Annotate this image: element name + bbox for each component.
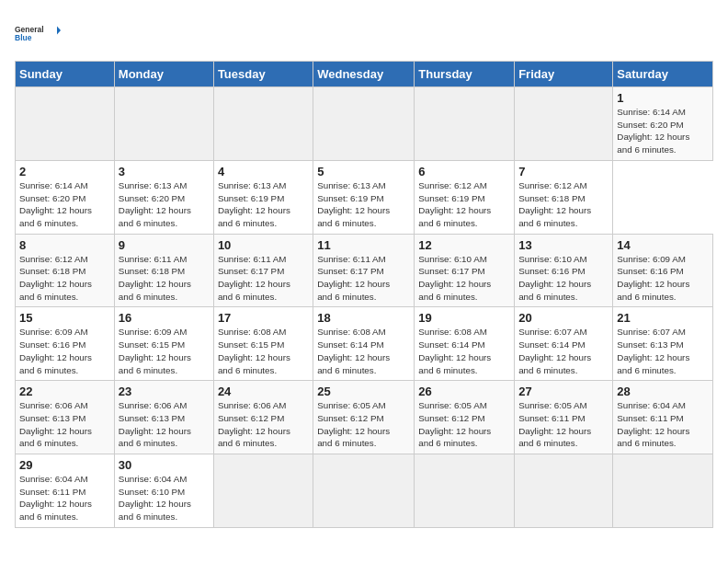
calendar-day-cell: 15 Sunrise: 6:09 AM Sunset: 6:16 PM Dayl… (16, 307, 115, 381)
calendar-day-cell: 26 Sunrise: 6:05 AM Sunset: 6:12 PM Dayl… (415, 381, 515, 454)
day-number: 27 (518, 385, 609, 398)
svg-marker-2 (57, 27, 61, 35)
calendar-day-cell: 22 Sunrise: 6:06 AM Sunset: 6:13 PM Dayl… (16, 381, 115, 454)
day-info: Sunrise: 6:05 AM Sunset: 6:12 PM Dayligh… (418, 399, 510, 450)
day-info: Sunrise: 6:12 AM Sunset: 6:19 PM Dayligh… (418, 179, 510, 230)
day-number: 13 (518, 238, 609, 252)
column-header-sunday: Sunday (16, 62, 115, 87)
day-info: Sunrise: 6:04 AM Sunset: 6:11 PM Dayligh… (19, 473, 110, 523)
column-header-wednesday: Wednesday (313, 62, 415, 87)
day-number: 22 (19, 385, 110, 398)
day-number: 2 (19, 165, 110, 178)
day-number: 21 (617, 311, 709, 325)
calendar-day-cell: 18 Sunrise: 6:08 AM Sunset: 6:14 PM Dayl… (313, 307, 415, 381)
day-info: Sunrise: 6:09 AM Sunset: 6:15 PM Dayligh… (119, 326, 210, 376)
day-info: Sunrise: 6:14 AM Sunset: 6:20 PM Dayligh… (19, 179, 110, 230)
calendar-day-cell: 14 Sunrise: 6:09 AM Sunset: 6:16 PM Dayl… (613, 234, 713, 307)
logo: General Blue (15, 15, 61, 52)
calendar-week-row: 22 Sunrise: 6:06 AM Sunset: 6:13 PM Dayl… (16, 381, 713, 454)
day-number: 1 (617, 91, 709, 105)
calendar-day-cell: 7 Sunrise: 6:12 AM Sunset: 6:18 PM Dayli… (515, 160, 613, 234)
day-number: 23 (119, 385, 210, 398)
day-info: Sunrise: 6:13 AM Sunset: 6:19 PM Dayligh… (218, 179, 309, 230)
day-number: 24 (218, 385, 309, 398)
day-number: 11 (317, 238, 410, 252)
empty-cell (313, 454, 415, 528)
calendar-week-row: 2 Sunrise: 6:14 AM Sunset: 6:20 PM Dayli… (16, 160, 713, 234)
column-header-tuesday: Tuesday (213, 62, 313, 87)
day-info: Sunrise: 6:12 AM Sunset: 6:18 PM Dayligh… (518, 179, 609, 230)
empty-cell (613, 454, 713, 528)
calendar-day-cell: 25 Sunrise: 6:05 AM Sunset: 6:12 PM Dayl… (313, 381, 415, 454)
day-info: Sunrise: 6:11 AM Sunset: 6:18 PM Dayligh… (119, 253, 210, 304)
day-number: 15 (19, 311, 110, 325)
calendar-day-cell: 13 Sunrise: 6:10 AM Sunset: 6:16 PM Dayl… (515, 234, 613, 307)
day-info: Sunrise: 6:09 AM Sunset: 6:16 PM Dayligh… (19, 326, 110, 376)
day-info: Sunrise: 6:13 AM Sunset: 6:19 PM Dayligh… (317, 179, 410, 230)
day-number: 26 (418, 385, 510, 398)
day-number: 9 (119, 238, 210, 252)
empty-cell (515, 87, 613, 161)
calendar-day-cell: 24 Sunrise: 6:06 AM Sunset: 6:12 PM Dayl… (213, 381, 313, 454)
calendar-day-cell: 19 Sunrise: 6:08 AM Sunset: 6:14 PM Dayl… (415, 307, 515, 381)
calendar-day-cell: 30 Sunrise: 6:04 AM Sunset: 6:10 PM Dayl… (114, 454, 213, 528)
calendar-day-cell: 27 Sunrise: 6:05 AM Sunset: 6:11 PM Dayl… (515, 381, 613, 454)
column-header-saturday: Saturday (613, 62, 713, 87)
day-number: 10 (218, 238, 309, 252)
page-header: General Blue (15, 15, 713, 52)
day-info: Sunrise: 6:07 AM Sunset: 6:13 PM Dayligh… (617, 326, 709, 376)
day-info: Sunrise: 6:05 AM Sunset: 6:12 PM Dayligh… (317, 399, 410, 450)
calendar-day-cell: 29 Sunrise: 6:04 AM Sunset: 6:11 PM Dayl… (16, 454, 115, 528)
day-number: 6 (418, 165, 510, 178)
logo-svg: General Blue (15, 15, 61, 52)
calendar-day-cell: 4 Sunrise: 6:13 AM Sunset: 6:19 PM Dayli… (213, 160, 313, 234)
calendar-day-cell: 5 Sunrise: 6:13 AM Sunset: 6:19 PM Dayli… (313, 160, 415, 234)
empty-cell (114, 87, 213, 161)
day-number: 7 (518, 165, 609, 178)
empty-cell (213, 454, 313, 528)
day-number: 18 (317, 311, 410, 325)
day-info: Sunrise: 6:04 AM Sunset: 6:10 PM Dayligh… (119, 473, 210, 523)
day-number: 20 (518, 311, 609, 325)
column-header-monday: Monday (114, 62, 213, 87)
empty-cell (415, 454, 515, 528)
day-number: 30 (119, 458, 210, 472)
calendar-day-cell: 28 Sunrise: 6:04 AM Sunset: 6:11 PM Dayl… (613, 381, 713, 454)
calendar-week-row: 8 Sunrise: 6:12 AM Sunset: 6:18 PM Dayli… (16, 234, 713, 307)
calendar-day-cell: 6 Sunrise: 6:12 AM Sunset: 6:19 PM Dayli… (415, 160, 515, 234)
day-info: Sunrise: 6:12 AM Sunset: 6:18 PM Dayligh… (19, 253, 110, 304)
day-info: Sunrise: 6:13 AM Sunset: 6:20 PM Dayligh… (119, 179, 210, 230)
empty-cell (415, 87, 515, 161)
day-info: Sunrise: 6:08 AM Sunset: 6:14 PM Dayligh… (317, 326, 410, 376)
calendar-day-cell: 20 Sunrise: 6:07 AM Sunset: 6:14 PM Dayl… (515, 307, 613, 381)
day-number: 16 (119, 311, 210, 325)
calendar-day-cell: 23 Sunrise: 6:06 AM Sunset: 6:13 PM Dayl… (114, 381, 213, 454)
empty-cell (16, 87, 115, 161)
day-info: Sunrise: 6:04 AM Sunset: 6:11 PM Dayligh… (617, 399, 709, 450)
calendar-week-row: 29 Sunrise: 6:04 AM Sunset: 6:11 PM Dayl… (16, 454, 713, 528)
day-info: Sunrise: 6:14 AM Sunset: 6:20 PM Dayligh… (617, 106, 709, 156)
calendar-week-row: 1 Sunrise: 6:14 AM Sunset: 6:20 PM Dayli… (16, 87, 713, 161)
empty-cell (313, 87, 415, 161)
day-info: Sunrise: 6:06 AM Sunset: 6:13 PM Dayligh… (119, 399, 210, 450)
day-number: 4 (218, 165, 309, 178)
calendar-table: SundayMondayTuesdayWednesdayThursdayFrid… (15, 61, 713, 528)
column-header-friday: Friday (515, 62, 613, 87)
empty-cell (213, 87, 313, 161)
calendar-header-row: SundayMondayTuesdayWednesdayThursdayFrid… (16, 62, 713, 87)
calendar-day-cell: 2 Sunrise: 6:14 AM Sunset: 6:20 PM Dayli… (16, 160, 115, 234)
day-info: Sunrise: 6:09 AM Sunset: 6:16 PM Dayligh… (617, 253, 709, 304)
calendar-day-cell: 21 Sunrise: 6:07 AM Sunset: 6:13 PM Dayl… (613, 307, 713, 381)
day-number: 12 (418, 238, 510, 252)
day-number: 29 (19, 458, 110, 472)
day-info: Sunrise: 6:06 AM Sunset: 6:12 PM Dayligh… (218, 399, 309, 450)
day-info: Sunrise: 6:05 AM Sunset: 6:11 PM Dayligh… (518, 399, 609, 450)
day-number: 25 (317, 385, 410, 398)
calendar-day-cell: 3 Sunrise: 6:13 AM Sunset: 6:20 PM Dayli… (114, 160, 213, 234)
calendar-day-cell: 10 Sunrise: 6:11 AM Sunset: 6:17 PM Dayl… (213, 234, 313, 307)
calendar-day-cell: 1 Sunrise: 6:14 AM Sunset: 6:20 PM Dayli… (613, 87, 713, 161)
day-number: 17 (218, 311, 309, 325)
empty-cell (515, 454, 613, 528)
day-number: 19 (418, 311, 510, 325)
svg-text:Blue: Blue (15, 33, 32, 42)
